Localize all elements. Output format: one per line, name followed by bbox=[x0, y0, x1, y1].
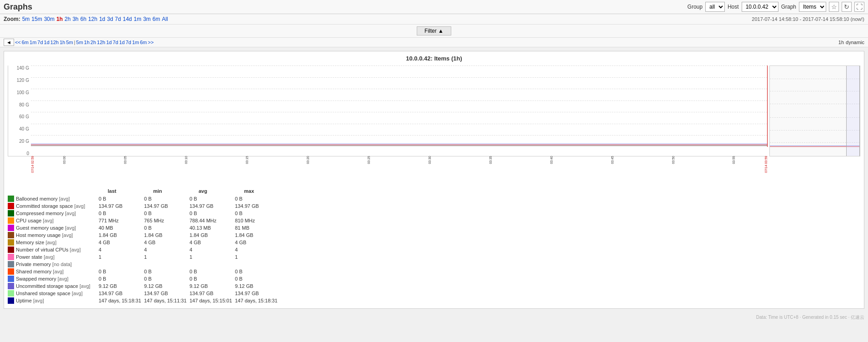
legend-max: 0 B bbox=[235, 276, 280, 282]
mini-chart bbox=[769, 65, 860, 156]
legend-item-name: Memory size bbox=[16, 240, 44, 245]
nav-1d-r[interactable]: 1d bbox=[106, 40, 112, 45]
zoom-2h[interactable]: 2h bbox=[65, 16, 70, 22]
zoom-14d[interactable]: 14d bbox=[123, 16, 132, 22]
nav-1h-l[interactable]: 1h bbox=[60, 40, 65, 45]
legend-name-cell: Number of virtual CPUs [avg] bbox=[8, 246, 99, 253]
zoom-1h[interactable]: 1h bbox=[56, 16, 63, 22]
nav-7d-r[interactable]: 7d bbox=[113, 40, 118, 45]
xl5: 03:20 bbox=[306, 156, 309, 164]
nav-prev-button[interactable]: ◄ bbox=[4, 39, 14, 46]
nav-6m-r[interactable]: 6m bbox=[140, 40, 147, 45]
legend-name-cell: Memory size [avg] bbox=[8, 239, 99, 246]
zoom-30m[interactable]: 30m bbox=[44, 16, 55, 22]
legend-header: last min avg max bbox=[8, 188, 860, 194]
legend-row: Host memory usage [avg] 1.84 GB 1.84 GB … bbox=[8, 232, 860, 238]
x-labels: 07/14 02:59 03:00 03:05 03:10 03:15 03:2… bbox=[31, 156, 768, 183]
xl8: 03:35 bbox=[489, 156, 492, 164]
host-select[interactable]: 10.0.0.42 bbox=[742, 2, 778, 12]
legend-color-swatch bbox=[8, 261, 14, 267]
legend-max: 4 bbox=[235, 247, 280, 252]
legend-row: Uptime [avg] 147 days, 15:18:31 147 days… bbox=[8, 297, 860, 304]
y-140g: 140 G bbox=[17, 65, 29, 70]
zoom-all[interactable]: All bbox=[162, 16, 168, 22]
nav-5m-l[interactable]: 5m bbox=[66, 40, 73, 45]
legend-item-type: [avg] bbox=[80, 283, 90, 289]
legend-min: 4 GB bbox=[144, 240, 190, 245]
group-select[interactable]: all bbox=[705, 2, 725, 12]
nav-7d-l[interactable]: 7d bbox=[37, 40, 43, 45]
legend-row: Compressed memory [avg] 0 B 0 B 0 B 0 B bbox=[8, 210, 860, 216]
nav-5m-r[interactable]: 5m bbox=[76, 40, 83, 45]
legend-avg: 1 bbox=[190, 254, 235, 260]
zoom-bar: Zoom: 5m 15m 30m 1h 2h 3h 6h 12h 1d 3d 7… bbox=[0, 14, 868, 25]
legend-color-swatch bbox=[8, 268, 14, 275]
zoom-1m[interactable]: 1m bbox=[134, 16, 141, 22]
nav-2h-r[interactable]: 2h bbox=[90, 40, 96, 45]
zoom-6m[interactable]: 6m bbox=[153, 16, 160, 22]
graph-title: 10.0.0.42: Items (1h) bbox=[8, 55, 860, 62]
zoom-1d[interactable]: 1d bbox=[99, 16, 105, 22]
legend-min: 0 B bbox=[144, 269, 190, 274]
legend-max: 0 B bbox=[235, 269, 280, 274]
legend-item-type: [avg] bbox=[58, 276, 69, 282]
nav-period: 1h bbox=[838, 40, 844, 45]
legend-color-swatch bbox=[8, 246, 14, 253]
nav-rr[interactable]: >> bbox=[148, 40, 154, 45]
grid-line-4 bbox=[31, 112, 768, 112]
nav-1m-l[interactable]: 1m bbox=[30, 40, 36, 45]
nav-1h-r[interactable]: 1h bbox=[84, 40, 90, 45]
grid-line-1 bbox=[31, 77, 768, 78]
zoom-6h[interactable]: 6h bbox=[80, 16, 86, 22]
legend-row: Swapped memory [avg] 0 B 0 B 0 B 0 B bbox=[8, 276, 860, 282]
page-title: Graphs bbox=[4, 2, 32, 12]
filter-button[interactable]: Filter ▲ bbox=[417, 26, 451, 35]
legend-last: 9.12 GB bbox=[99, 283, 144, 289]
grid-line-5 bbox=[31, 124, 768, 124]
legend-min: 1.84 GB bbox=[144, 232, 190, 238]
legend-max: 147 days, 15:18:31 bbox=[235, 298, 280, 303]
legend-name-cell: Unshared storage space [avg] bbox=[8, 290, 99, 297]
legend-rows: Ballooned memory [avg] 0 B 0 B 0 B 0 B C… bbox=[8, 196, 860, 304]
nav-7d-r2[interactable]: 7d bbox=[125, 40, 131, 45]
legend-name-cell: Power state [avg] bbox=[8, 254, 99, 260]
graph-select[interactable]: Items bbox=[799, 2, 826, 12]
zoom-3d[interactable]: 3d bbox=[107, 16, 113, 22]
nav-12h-l[interactable]: 12h bbox=[50, 40, 59, 45]
xl9: 03:40 bbox=[550, 156, 553, 164]
legend-max: 1 bbox=[235, 254, 280, 260]
legend-avg: 1.84 GB bbox=[190, 232, 235, 238]
zoom-15m[interactable]: 15m bbox=[31, 16, 42, 22]
nav-1m-r[interactable]: 1m bbox=[132, 40, 139, 45]
refresh-button[interactable]: ↻ bbox=[842, 2, 852, 12]
star-button[interactable]: ☆ bbox=[829, 2, 839, 12]
nav-1d-r2[interactable]: 1d bbox=[119, 40, 125, 45]
legend-last: 0 B bbox=[99, 196, 144, 201]
nav-ll[interactable]: << bbox=[15, 40, 21, 45]
legend-name-cell: Shared memory [avg] bbox=[8, 268, 99, 275]
current-time-line bbox=[767, 65, 768, 147]
legend-last: 147 days, 15:18:31 bbox=[99, 298, 144, 303]
nav-1d-l[interactable]: 1d bbox=[44, 40, 50, 45]
zoom-7d[interactable]: 7d bbox=[115, 16, 121, 22]
legend-col-avg: avg bbox=[199, 188, 244, 194]
legend-name-cell: CPU usage [avg] bbox=[8, 217, 99, 224]
legend-item-name: Private memory bbox=[16, 262, 51, 267]
nav-6m-l[interactable]: 6m bbox=[22, 40, 29, 45]
zoom-12h[interactable]: 12h bbox=[88, 16, 97, 22]
legend-item-type: [avg] bbox=[65, 225, 76, 231]
zoom-3h[interactable]: 3h bbox=[72, 16, 78, 22]
legend-avg: 0 B bbox=[190, 196, 235, 201]
legend-avg: 40.13 MB bbox=[190, 225, 235, 231]
zoom-5m[interactable]: 5m bbox=[22, 16, 30, 22]
legend-min: 0 B bbox=[144, 276, 190, 282]
legend-item-name: Guest memory usage bbox=[16, 225, 64, 231]
zoom-3m[interactable]: 3m bbox=[143, 16, 151, 22]
main-chart: 140 G 120 G 100 G 80 G 60 G 40 G 20 G 0 bbox=[8, 65, 768, 156]
zoom-label: Zoom: bbox=[4, 16, 20, 22]
nav-12h-r[interactable]: 12h bbox=[97, 40, 105, 45]
legend-min: 9.12 GB bbox=[144, 283, 190, 289]
fullscreen-button[interactable]: ⛶ bbox=[854, 2, 864, 12]
legend-col-max: max bbox=[244, 188, 289, 194]
legend-item-type: [avg] bbox=[45, 240, 56, 245]
